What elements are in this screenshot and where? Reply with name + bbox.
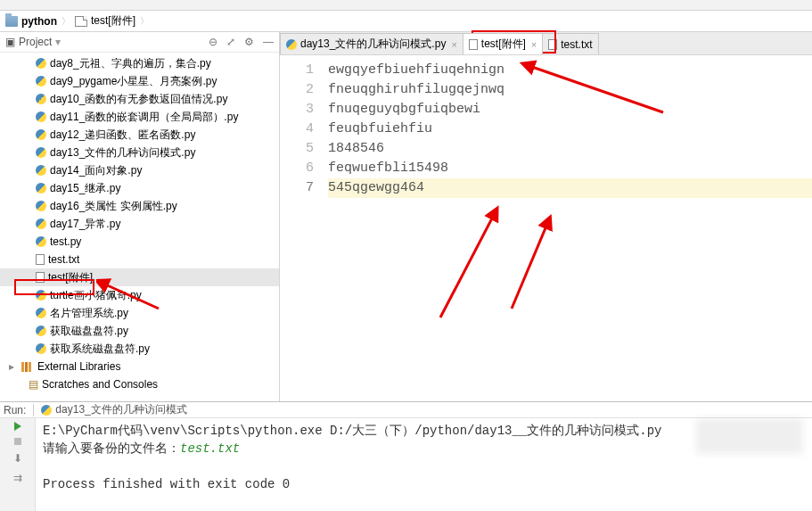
output-user-input: test.txt	[180, 441, 240, 456]
file-icon	[469, 39, 478, 50]
python-icon	[36, 183, 46, 194]
tab-label: day13_文件的几种访问模式.py	[300, 37, 446, 52]
scratch-icon: ▤	[29, 378, 38, 391]
tree-item[interactable]: test.py	[0, 233, 279, 251]
tree-item-label: day16_类属性 实例属性.py	[50, 199, 177, 214]
sidebar-title[interactable]: Project	[19, 36, 52, 48]
tree-item[interactable]: 获取系统磁盘盘符.py	[0, 340, 279, 358]
file-icon	[36, 254, 45, 265]
editor-area: day13_文件的几种访问模式.py×test[附件]×test.txt 123…	[280, 32, 812, 401]
more-icon[interactable]: ⇉	[13, 472, 22, 484]
code-line[interactable]: feqwuefbli15498	[328, 159, 812, 178]
collapse-icon[interactable]: ⊖	[209, 36, 217, 48]
tree-item[interactable]: day13_文件的几种访问模式.py	[0, 144, 279, 161]
editor[interactable]: 1234567 ewgqyefbiuehfiuqehnignfneuqghiru…	[280, 55, 812, 401]
tree-item[interactable]: day16_类属性 实例属性.py	[0, 197, 279, 215]
tree-item[interactable]: day12_递归函数、匿名函数.py	[0, 126, 279, 144]
tree-item[interactable]: test[附件]	[0, 268, 279, 286]
tree-item-label: day9_pygame小星星、月亮案例.py	[50, 74, 217, 89]
code-line[interactable]: fneuqghiruhfilugqejnwq	[328, 80, 812, 100]
editor-tab[interactable]: day13_文件的几种访问模式.py×	[280, 33, 463, 54]
tree-item-label: day17_异常.py	[50, 217, 120, 232]
close-icon[interactable]: ×	[451, 39, 456, 50]
tree-item-label: day8_元祖、字典的遍历，集合.py	[50, 56, 211, 71]
python-icon	[36, 308, 46, 318]
run-config-name[interactable]: day13_文件的几种访问模式	[55, 402, 186, 417]
folder-icon	[5, 16, 18, 27]
python-icon	[36, 218, 46, 229]
breadcrumb-root[interactable]: python	[21, 15, 57, 28]
run-toolbar: ⬇ ⇉	[0, 418, 36, 511]
down-icon[interactable]: ⬇	[13, 452, 22, 465]
tree-item[interactable]: day17_异常.py	[0, 215, 279, 233]
tree-item[interactable]: 获取磁盘盘符.py	[0, 322, 279, 340]
tab-label: test[附件]	[481, 37, 526, 52]
tree-item-label: day13_文件的几种访问模式.py	[50, 145, 195, 161]
code-line[interactable]: ewgqyefbiuehfiuqehnign	[328, 61, 812, 80]
tree-item-label: day14_面向对象.py	[50, 163, 142, 178]
tree-item-label: test.py	[50, 235, 81, 248]
menu-bar[interactable]	[0, 0, 812, 11]
python-icon	[36, 147, 46, 158]
breadcrumb-file[interactable]: test[附件]	[91, 13, 135, 29]
tree-item[interactable]: test.txt	[0, 251, 279, 268]
code-line[interactable]: fnuqeguyqbgfuiqbewi	[328, 100, 812, 120]
python-icon	[36, 201, 46, 211]
editor-tab[interactable]: test[附件]×	[463, 33, 543, 54]
run-output[interactable]: E:\PyCharm代码\venv\Scripts\python.exe D:/…	[36, 418, 812, 511]
python-icon	[36, 326, 46, 336]
scratches[interactable]: ▤ Scratches and Consoles	[0, 375, 279, 393]
python-icon	[36, 129, 46, 140]
tree-item[interactable]: day15_继承.py	[0, 179, 279, 197]
python-icon	[41, 405, 52, 416]
rerun-icon[interactable]	[14, 422, 21, 431]
python-icon	[36, 290, 46, 301]
breadcrumb[interactable]: python 〉 test[附件] 〉	[0, 11, 812, 32]
project-sidebar: ▣ Project ▾ ⊖ ⤢ ⚙ — day8_元祖、字典的遍历，集合.pyd…	[0, 32, 280, 401]
tree-item[interactable]: day14_面向对象.py	[0, 161, 279, 179]
tree-item[interactable]: day11_函数的嵌套调用（全局局部）.py	[0, 108, 279, 126]
python-icon	[36, 236, 46, 247]
dropdown-icon[interactable]: ▾	[55, 36, 61, 48]
project-tree[interactable]: day8_元祖、字典的遍历，集合.pyday9_pygame小星星、月亮案例.p…	[0, 53, 279, 401]
tree-item-label: day15_继承.py	[50, 181, 120, 196]
code-line[interactable]: 1848546	[328, 139, 812, 159]
tree-item-label: turtle画小猪佩奇.py	[50, 288, 142, 303]
run-header: Run: day13_文件的几种访问模式	[0, 402, 812, 418]
close-icon[interactable]: ×	[531, 39, 537, 50]
output-exit: Process finished with exit code 0	[43, 477, 290, 491]
python-icon	[286, 39, 297, 50]
code-line[interactable]: 545qgewgg464	[328, 178, 812, 198]
tree-item-label: day10_函数的有无参数返回值情况.py	[50, 92, 227, 107]
tree-item[interactable]: 名片管理系统.py	[0, 304, 279, 322]
project-icon: ▣	[5, 36, 15, 48]
sidebar-header: ▣ Project ▾ ⊖ ⤢ ⚙ —	[0, 32, 279, 53]
watermark-blur	[696, 418, 803, 454]
file-icon	[75, 16, 87, 27]
scroll-from-source-icon[interactable]: ⤢	[226, 36, 235, 48]
editor-tab[interactable]: test.txt	[542, 33, 598, 54]
code-line[interactable]: feuqbfuiehfiu	[328, 120, 812, 139]
tree-item[interactable]: day9_pygame小星星、月亮案例.py	[0, 72, 279, 90]
chevron-right-icon: 〉	[140, 15, 149, 28]
stop-icon[interactable]	[14, 438, 21, 445]
tree-item-label: 获取磁盘盘符.py	[50, 324, 128, 339]
hide-icon[interactable]: —	[263, 36, 274, 48]
chevron-right-icon: 〉	[62, 15, 70, 28]
python-icon	[36, 111, 46, 122]
library-icon	[21, 362, 34, 372]
tab-label: test.txt	[561, 38, 592, 51]
python-icon	[36, 76, 46, 87]
run-label: Run:	[4, 404, 26, 416]
settings-icon[interactable]: ⚙	[244, 36, 254, 48]
output-command: E:\PyCharm代码\venv\Scripts\python.exe D:/…	[43, 424, 661, 438]
tree-item-label: test.txt	[48, 253, 79, 266]
file-icon	[548, 39, 557, 50]
tree-item[interactable]: turtle画小猪佩奇.py	[0, 286, 279, 304]
external-libraries[interactable]: ▸ External Libraries	[0, 358, 279, 375]
tree-item[interactable]: day8_元祖、字典的遍历，集合.py	[0, 54, 279, 72]
tree-item[interactable]: day10_函数的有无参数返回值情况.py	[0, 90, 279, 108]
python-icon	[36, 343, 46, 354]
code-area[interactable]: ewgqyefbiuehfiuqehnignfneuqghiruhfilugqe…	[324, 55, 812, 401]
tree-item-label: 获取系统磁盘盘符.py	[50, 342, 150, 357]
